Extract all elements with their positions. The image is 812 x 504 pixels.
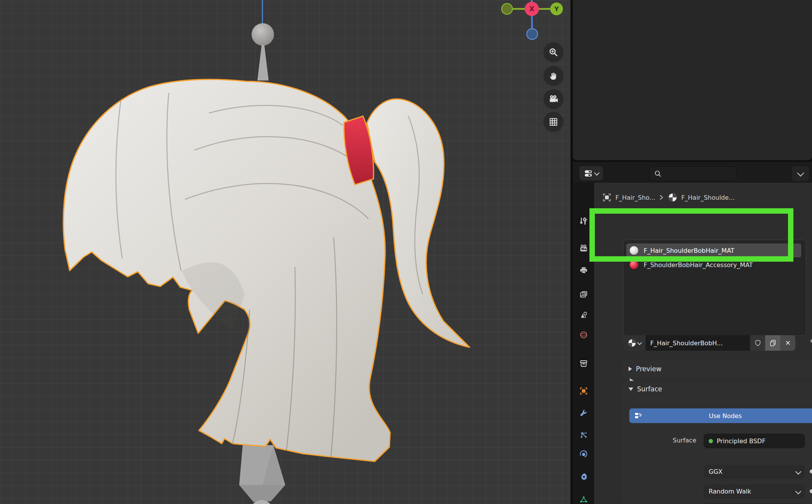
tab-modifiers[interactable] (573, 405, 594, 422)
surface-shader-field[interactable]: Principled BSDF (704, 434, 805, 448)
editor-type-button[interactable] (579, 166, 603, 180)
object-icon (602, 192, 612, 202)
tab-active-tool[interactable] (573, 213, 594, 230)
zoom-button[interactable] (543, 42, 564, 62)
material-sphere-icon (630, 261, 638, 269)
grid-ortho-icon (548, 117, 558, 127)
new-material-copy-icon (769, 339, 777, 347)
material-slot-list: F_Hair_ShoulderBobHair_MAT F_ShoulderBob… (623, 240, 806, 336)
constraint-icon (579, 472, 588, 481)
gizmo-y-label: Y (554, 5, 559, 13)
browse-material-icon (627, 338, 637, 348)
shader-name: Principled BSDF (717, 437, 766, 445)
material-slot-row[interactable]: F_ShoulderBobHair_Accessory_MAT (626, 258, 801, 272)
grid-toggle-button[interactable] (543, 112, 564, 132)
tab-object[interactable] (573, 382, 594, 399)
nodes-icon (634, 411, 642, 420)
tab-world[interactable] (573, 326, 594, 343)
chevron-right-icon (659, 195, 664, 200)
tab-output[interactable] (573, 262, 594, 279)
chevron-down-icon (795, 489, 802, 495)
unlink-material-button[interactable]: ✕ (780, 335, 795, 351)
zoom-icon (548, 47, 558, 57)
printer-icon (579, 266, 588, 275)
surface-panel-header[interactable]: Surface (622, 381, 812, 397)
fake-user-button[interactable] (750, 335, 765, 351)
world-globe-icon (579, 330, 588, 339)
distribution-dropdown[interactable]: GGX (704, 464, 805, 479)
search-icon (654, 170, 662, 178)
animate-dot[interactable] (810, 489, 812, 493)
caret-right-icon (629, 367, 632, 371)
surface-row-label: Surface (622, 437, 696, 444)
tab-render[interactable] (573, 240, 594, 257)
viewport-3d[interactable]: Y X (0, 0, 570, 504)
subsurface-method-dropdown[interactable]: Random Walk (704, 484, 805, 499)
tab-constraints[interactable] (573, 468, 594, 485)
material-sphere-icon (668, 192, 678, 202)
chevron-down-icon (594, 170, 599, 175)
gizmo-neg-z-ball (527, 29, 538, 39)
tab-scene[interactable] (573, 307, 594, 324)
preview-panel-label: Preview (636, 365, 661, 373)
fake-user-shield-icon (754, 339, 762, 347)
camera-view-icon (548, 94, 559, 105)
scene-icon (579, 310, 588, 320)
object-icon (579, 386, 588, 396)
render-camera-icon (579, 244, 588, 253)
animate-dot[interactable] (810, 470, 812, 473)
gizmo-neg-y-ball (502, 3, 512, 14)
browse-material-button[interactable] (623, 335, 646, 351)
properties-tab-strip (573, 183, 594, 504)
armature-bone-top[interactable] (252, 0, 274, 81)
tab-physics[interactable] (573, 446, 594, 463)
material-name-field[interactable]: F_Hair_ShoulderBobH... (646, 335, 750, 351)
subsurface-method-value: Random Walk (709, 488, 751, 495)
armature-bone-bottom[interactable] (239, 445, 285, 504)
breadcrumb-material[interactable]: F_Hair_Shoulde... (681, 194, 735, 201)
chevron-down-icon (797, 170, 804, 177)
distribution-value: GGX (709, 468, 723, 475)
collection-box-icon (579, 359, 588, 368)
physics-orbit-icon (579, 449, 588, 459)
preview-panel-header[interactable]: Preview (622, 360, 812, 378)
properties-editor: F_Hair_Sho... F_Hair_Shoulde... (573, 162, 812, 504)
material-slot-row[interactable]: F_Hair_ShoulderBobHair_MAT (626, 243, 801, 257)
material-id-row: F_Hair_ShoulderBobH... ✕ (623, 335, 795, 351)
search-input[interactable] (649, 166, 737, 181)
tab-view-layer[interactable] (573, 286, 594, 303)
shader-dot-icon (709, 439, 713, 443)
material-slot-name: F_Hair_ShoulderBobHair_MAT (644, 247, 734, 254)
chevron-down-icon (637, 340, 642, 345)
images-stack-icon (579, 290, 588, 299)
tab-particles[interactable] (573, 427, 594, 444)
breadcrumb-object[interactable]: F_Hair_Sho... (615, 194, 655, 201)
header-menu-button[interactable] (792, 166, 809, 181)
camera-view-button[interactable] (543, 89, 564, 109)
gizmo-x-label: X (529, 5, 534, 13)
properties-content: F_Hair_Sho... F_Hair_Shoulde... (594, 183, 812, 504)
surface-panel-label: Surface (637, 385, 662, 393)
use-nodes-button[interactable]: Use Nodes (629, 408, 812, 423)
breadcrumb: F_Hair_Sho... F_Hair_Shoulde... (602, 191, 735, 204)
new-material-button[interactable] (765, 335, 780, 351)
pan-button[interactable] (543, 66, 564, 86)
close-icon: ✕ (785, 339, 790, 347)
hair-model[interactable] (0, 0, 570, 504)
tab-object-data[interactable] (573, 491, 594, 504)
tab-collection[interactable] (573, 355, 594, 372)
surface-panel-body: Use Nodes Surface Principled BSDF GGX Ra… (622, 397, 812, 504)
outliner-panel[interactable] (573, 0, 812, 160)
link-material-button[interactable] (804, 335, 812, 351)
tool-icon (579, 216, 588, 226)
properties-editor-icon (584, 169, 594, 178)
wrench-icon (579, 408, 588, 418)
material-slot-name: F_ShoulderBobHair_Accessory_MAT (644, 261, 753, 269)
use-nodes-label: Use Nodes (709, 412, 742, 420)
properties-header (573, 162, 812, 183)
chevron-down-icon (795, 469, 802, 475)
nav-gizmo[interactable]: Y X (490, 0, 570, 43)
material-sphere-icon (630, 246, 638, 255)
particles-icon (579, 430, 588, 440)
caret-down-icon (629, 387, 633, 391)
